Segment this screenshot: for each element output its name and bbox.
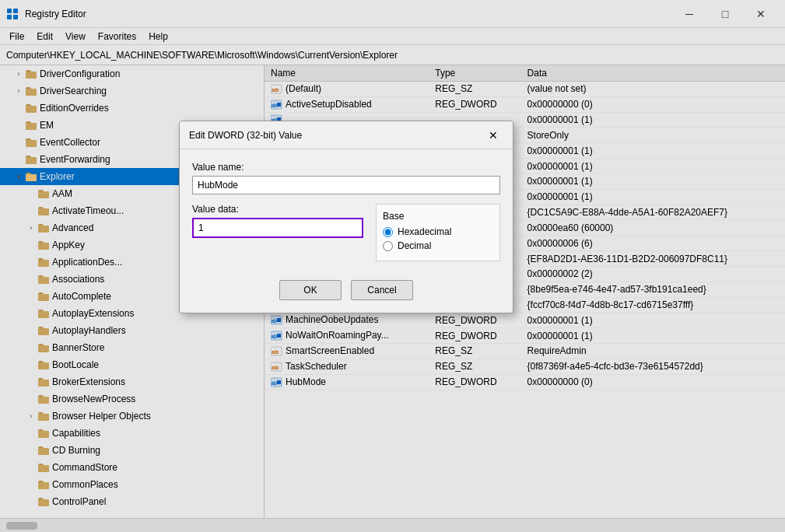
value-name-input[interactable] xyxy=(192,176,500,194)
edit-dword-dialog: Edit DWORD (32-bit) Value ✕ Value name: … xyxy=(179,121,513,313)
ok-button[interactable]: OK xyxy=(279,280,342,300)
dialog-data-row: Value data: Base Hexadecimal Decimal xyxy=(192,204,500,261)
dialog-footer: OK Cancel xyxy=(180,274,513,313)
value-data-input[interactable] xyxy=(192,218,363,238)
dec-label: Decimal xyxy=(398,240,431,251)
dec-radio[interactable] xyxy=(383,241,393,251)
dialog-body: Value name: Value data: Base Hexadecimal xyxy=(180,149,513,274)
dialog-close-button[interactable]: ✕ xyxy=(483,125,503,145)
dec-radio-option[interactable]: Decimal xyxy=(383,240,493,251)
base-label: Base xyxy=(383,211,493,222)
dialog-title-bar: Edit DWORD (32-bit) Value ✕ xyxy=(180,121,513,149)
value-data-section: Value data: xyxy=(192,204,363,261)
hex-radio-option[interactable]: Hexadecimal xyxy=(383,226,493,237)
cancel-button[interactable]: Cancel xyxy=(351,280,413,300)
hex-radio[interactable] xyxy=(383,227,393,237)
value-name-label: Value name: xyxy=(192,162,500,173)
hex-label: Hexadecimal xyxy=(398,226,451,237)
dialog-title-text: Edit DWORD (32-bit) Value xyxy=(189,130,302,141)
base-section: Base Hexadecimal Decimal xyxy=(376,204,500,261)
dialog-overlay: Edit DWORD (32-bit) Value ✕ Value name: … xyxy=(0,0,785,532)
value-data-label: Value data: xyxy=(192,204,363,215)
